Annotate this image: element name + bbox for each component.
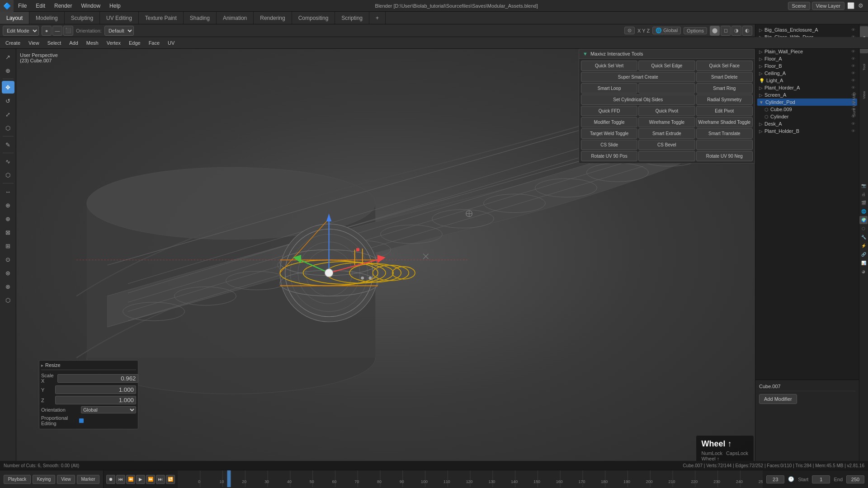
loop-btn[interactable]: 🔁 — [166, 475, 175, 484]
wire-shading-btn[interactable]: ◻ — [721, 26, 731, 36]
maxivz-smart-translate[interactable]: Smart Translate — [696, 128, 753, 139]
prop-render-icon[interactable]: 📷 — [859, 182, 868, 190]
scene-selector[interactable]: Scene — [788, 2, 810, 10]
tab-layout[interactable]: Layout — [0, 12, 29, 24]
view-menu-btn[interactable]: View — [57, 475, 75, 484]
options-btn[interactable]: Options — [684, 27, 707, 34]
tree-item-screen-a[interactable]: ▷ Screen_A 👁 — [757, 91, 857, 99]
next-frame-btn[interactable]: ⏩ — [146, 475, 155, 484]
tab-uv-editing[interactable]: UV Editing — [100, 12, 139, 24]
play-btn[interactable]: ▶ — [136, 475, 145, 484]
scale-tool-btn[interactable]: ⤢ — [2, 108, 14, 121]
prop-material-icon[interactable]: ◕ — [859, 267, 868, 276]
pivot-btn[interactable]: ⊙ — [624, 27, 635, 34]
mesh-uv-menu[interactable]: UV — [164, 39, 178, 47]
knife-btn[interactable]: ⊞ — [2, 239, 14, 252]
bisect-btn[interactable]: ⊙ — [2, 253, 14, 266]
tree-item-big-glass-enclosure[interactable]: ▷ Big_Glass_Enclosure_A 👁 — [757, 26, 857, 33]
maxivz-edit-pivot[interactable]: Edit Pivot — [696, 106, 753, 116]
tree-item-cube009[interactable]: ⬡ Cube.009 👁 — [757, 106, 857, 113]
jump-end-btn[interactable]: ⏭ — [156, 475, 165, 484]
tree-item-desk-a[interactable]: ▷ Desk_A 👁 — [757, 120, 857, 127]
tree-item-visibility[interactable]: 👁 — [851, 64, 855, 68]
material-shading-btn[interactable]: ◑ — [731, 26, 741, 36]
mesh-edge-menu[interactable]: Edge — [125, 39, 144, 47]
smooth-tool-btn[interactable]: ∿ — [2, 155, 14, 168]
maxivz-quick-pivot[interactable]: Quick Pivot — [638, 106, 695, 116]
menu-file[interactable]: File — [14, 0, 31, 11]
maxivz-set-cylindrical[interactable]: Set Cylindrical Obj Sides — [581, 94, 695, 105]
keying-menu-btn[interactable]: Keying — [33, 475, 55, 484]
timeline-scrubber[interactable]: 0 10 20 30 40 50 60 70 80 90 100 110 120… — [178, 470, 763, 488]
orientation-select[interactable]: Default Global Local — [104, 26, 134, 36]
randomize-tool-btn[interactable]: ⬡ — [2, 169, 14, 181]
maxivz-target-weld[interactable]: Target Weld Toggle — [581, 128, 637, 139]
mesh-face-menu[interactable]: Face — [145, 39, 163, 47]
global-btn[interactable]: 🌐 Global — [652, 27, 681, 34]
edge-slide-btn[interactable]: ↔ — [2, 185, 14, 198]
tree-item-visibility[interactable]: 👁 — [851, 28, 855, 32]
maxivz-cs-slide[interactable]: CS Slide — [581, 140, 637, 150]
spin-btn[interactable]: ⊛ — [2, 267, 14, 279]
cursor-tool-btn[interactable]: ⊕ — [2, 64, 14, 77]
prop-output-icon[interactable]: 🖨 — [859, 190, 868, 198]
mesh-view-menu[interactable]: View — [25, 39, 43, 47]
vertex-mode-btn[interactable]: ● — [42, 26, 52, 36]
maxivz-collapse-icon[interactable]: ▼ — [583, 51, 588, 56]
maxivz-smart-loop[interactable]: Smart Loop — [581, 83, 637, 94]
solid-shading-btn[interactable]: ⬤ — [710, 26, 720, 36]
view-layer-selector[interactable]: View Layer — [812, 2, 844, 10]
maxivz-quick-sel-face[interactable]: Quick Sel Face — [696, 61, 753, 71]
tree-item-visibility[interactable]: 👁 — [851, 56, 855, 61]
tab-animation[interactable]: Animation — [217, 12, 254, 24]
menu-render[interactable]: Render — [50, 0, 76, 11]
annotate-tool-btn[interactable]: ✎ — [2, 138, 14, 151]
maxivz-quick-sel-vert[interactable]: Quick Sel Vert — [581, 61, 637, 71]
tree-item-visibility[interactable]: 👁 — [851, 122, 855, 126]
maxivz-rotate-uv-pos[interactable]: Rotate UV 90 Pos — [581, 151, 637, 161]
maxivz-cs-bevel[interactable]: CS Bevel — [638, 140, 695, 150]
blender-logo[interactable]: 🔷 — [0, 0, 14, 12]
move-tool-btn[interactable]: ✥ — [2, 81, 14, 94]
prop-physics-icon[interactable]: ⚡ — [859, 242, 868, 250]
maxivz-quick-sel-edge[interactable]: Quick Sel Edge — [638, 61, 695, 71]
maxivz-super-smart-create[interactable]: Super Smart Create — [581, 72, 695, 82]
scale-x-input[interactable] — [57, 374, 138, 383]
tab-rendering[interactable]: Rendering — [254, 12, 292, 24]
rpvt-tool[interactable]: Tool — [860, 54, 868, 81]
prop-constraint-icon[interactable]: 🔗 — [859, 250, 868, 258]
current-frame-input[interactable] — [766, 475, 784, 483]
mesh-create-menu[interactable]: Create — [2, 39, 24, 47]
end-frame-input[interactable] — [846, 475, 864, 483]
tree-item-plain-wall[interactable]: ▷ Plain_Wall_Piece 👁 — [757, 48, 857, 55]
scale-z-input[interactable] — [55, 396, 136, 404]
prop-editing-checkbox[interactable] — [79, 418, 84, 423]
edge-mode-btn[interactable]: — — [52, 26, 62, 36]
face-mode-btn[interactable]: ⬛ — [63, 26, 73, 36]
prev-frame-btn[interactable]: ⏪ — [126, 475, 135, 484]
tree-item-cylinder[interactable]: ⬡ Cylinder 👁 — [757, 113, 857, 120]
mesh-vertex-menu[interactable]: Vertex — [103, 39, 124, 47]
maxivz-rotate-uv-neg[interactable]: Rotate UV 90 Neg — [696, 151, 753, 161]
mesh-select-menu[interactable]: Select — [44, 39, 65, 47]
tree-item-ceiling-a[interactable]: ▷ Ceiling_A 👁 — [757, 70, 857, 77]
inset-btn[interactable]: ⊕ — [2, 199, 14, 211]
marker-menu-btn[interactable]: Marker — [77, 475, 99, 484]
shear-btn[interactable]: ⊗ — [2, 280, 14, 293]
tree-item-visibility[interactable]: 👁 — [851, 49, 855, 54]
render-shading-btn[interactable]: ◐ — [742, 26, 752, 36]
rip-btn[interactable]: ⬡ — [2, 294, 14, 306]
maxivz-wireframe-toggle[interactable]: Wireframe Toggle — [638, 117, 695, 127]
maxivz-smart-ring[interactable]: Smart Ring — [696, 83, 753, 94]
maxivz-wireframe-shaded[interactable]: Wireframe Shaded Toggle — [696, 117, 753, 127]
tree-item-visibility[interactable]: 👁 — [851, 129, 855, 133]
menu-window[interactable]: Window — [76, 0, 105, 11]
sure-uvmap-tab[interactable]: Sure UV Map — [851, 90, 859, 118]
tab-shading[interactable]: Shading — [184, 12, 217, 24]
tab-texture-paint[interactable]: Texture Paint — [139, 12, 184, 24]
rotate-tool-btn[interactable]: ↺ — [2, 94, 14, 107]
prop-modifier-icon[interactable]: 🔧 — [859, 233, 868, 241]
prop-view-icon[interactable]: 🎬 — [859, 199, 868, 207]
tree-item-light-a[interactable]: 💡 Light_A 👁 — [757, 77, 857, 84]
menu-edit[interactable]: Edit — [31, 0, 50, 11]
